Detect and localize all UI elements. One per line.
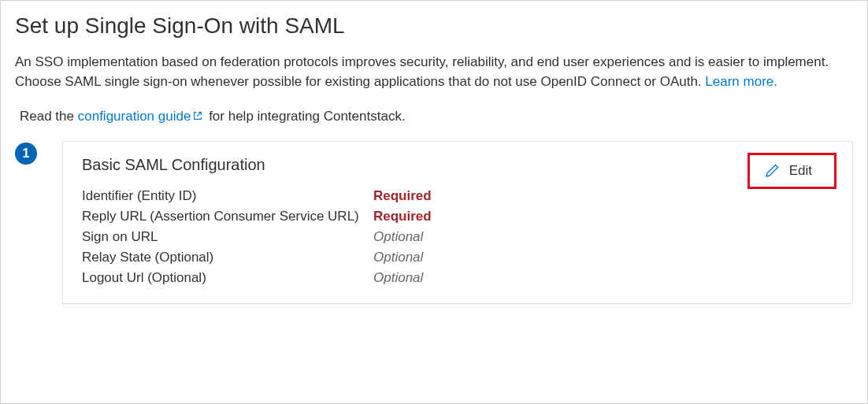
step-number-badge: 1 — [15, 143, 37, 165]
pencil-icon — [764, 163, 780, 179]
card-title: Basic SAML Configuration — [82, 156, 265, 174]
basic-saml-config-card: Basic SAML Configuration Edit Identifier… — [62, 141, 853, 304]
page-title: Set up Single Sign-On with SAML — [15, 13, 853, 39]
config-value-reply-url: Required — [373, 209, 833, 224]
config-label-identifier: Identifier (Entity ID) — [82, 188, 373, 204]
config-value-identifier: Required — [373, 188, 833, 204]
step-1-container: 1 Basic SAML Configuration Edit Identifi… — [15, 141, 853, 304]
guide-link-text: configuration guide — [78, 109, 191, 124]
page-description: An SSO implementation based on federatio… — [15, 53, 853, 91]
guide-line: Read the configuration guide for help in… — [20, 109, 853, 125]
config-label-reply-url: Reply URL (Assertion Consumer Service UR… — [82, 209, 373, 224]
configuration-guide-link[interactable]: configuration guide — [78, 109, 206, 124]
guide-suffix: for help integrating Contentstack. — [205, 109, 405, 124]
config-value-logout-url: Optional — [373, 270, 833, 286]
external-link-icon — [192, 109, 203, 125]
guide-prefix: Read the — [20, 109, 78, 124]
config-table: Identifier (Entity ID) Required Reply UR… — [82, 188, 833, 286]
edit-button[interactable]: Edit — [747, 153, 836, 189]
config-value-relay-state: Optional — [373, 250, 833, 265]
config-label-relay-state: Relay State (Optional) — [82, 250, 373, 265]
config-value-sign-on-url: Optional — [373, 229, 833, 245]
config-label-logout-url: Logout Url (Optional) — [82, 270, 373, 286]
edit-button-label: Edit — [789, 163, 812, 179]
config-label-sign-on-url: Sign on URL — [82, 229, 373, 245]
learn-more-link[interactable]: Learn more. — [705, 74, 777, 89]
